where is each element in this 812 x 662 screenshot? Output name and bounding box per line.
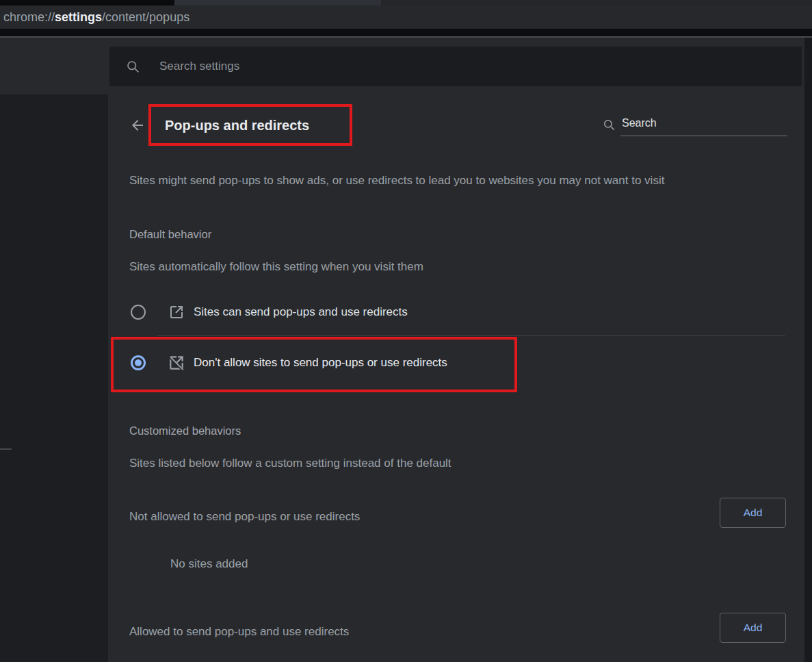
page-search-input[interactable] (620, 114, 778, 133)
radio-allow-popups[interactable] (131, 305, 146, 320)
sidebar-divider-tick (0, 448, 12, 450)
annotation-box-title (148, 104, 352, 146)
url-suffix: /content/popups (102, 10, 189, 25)
back-button[interactable] (129, 117, 146, 133)
address-bar[interactable]: chrome://settings/content/popups (0, 5, 812, 29)
page-description: Sites might send pop-ups to show ads, or… (129, 173, 664, 188)
annotation-box-selected-option (111, 337, 517, 392)
allow-popups-label[interactable]: Sites can send pop-ups and use redirects (194, 305, 408, 320)
customized-behaviors-description: Sites listed below follow a custom setti… (129, 456, 451, 471)
default-behavior-description: Sites automatically follow this setting … (129, 259, 423, 275)
url-prefix: chrome:// (3, 10, 55, 25)
add-allowed-site-button[interactable]: Add (720, 613, 786, 643)
allowed-list-label: Allowed to send pop-ups and use redirect… (129, 624, 349, 639)
not-allowed-list-label: Not allowed to send pop-ups or use redir… (129, 509, 360, 524)
settings-search-bar[interactable] (109, 47, 802, 86)
browser-window: chrome://settings/content/popups Pop-ups… (0, 0, 812, 662)
sidebar (0, 94, 108, 662)
default-behavior-heading: Default behavior (129, 227, 211, 242)
window-border (0, 29, 812, 36)
add-button-label: Add (744, 622, 763, 634)
page-search-field[interactable] (620, 114, 787, 136)
tab-strip (0, 0, 812, 5)
option-divider (157, 335, 785, 336)
add-blocked-site-button[interactable]: Add (720, 498, 786, 528)
tab-strip-segment (381, 0, 812, 5)
scrollbar-track[interactable] (804, 38, 812, 662)
settings-search-input[interactable] (158, 59, 705, 74)
search-icon (603, 118, 616, 131)
open-in-new-icon (168, 304, 185, 320)
search-icon (126, 60, 140, 74)
add-button-label: Add (744, 507, 763, 519)
customized-behaviors-heading: Customized behaviors (129, 423, 241, 438)
active-tab-edge (174, 0, 381, 5)
no-sites-added-text: No sites added (170, 557, 248, 572)
url-highlight: settings (55, 10, 102, 25)
